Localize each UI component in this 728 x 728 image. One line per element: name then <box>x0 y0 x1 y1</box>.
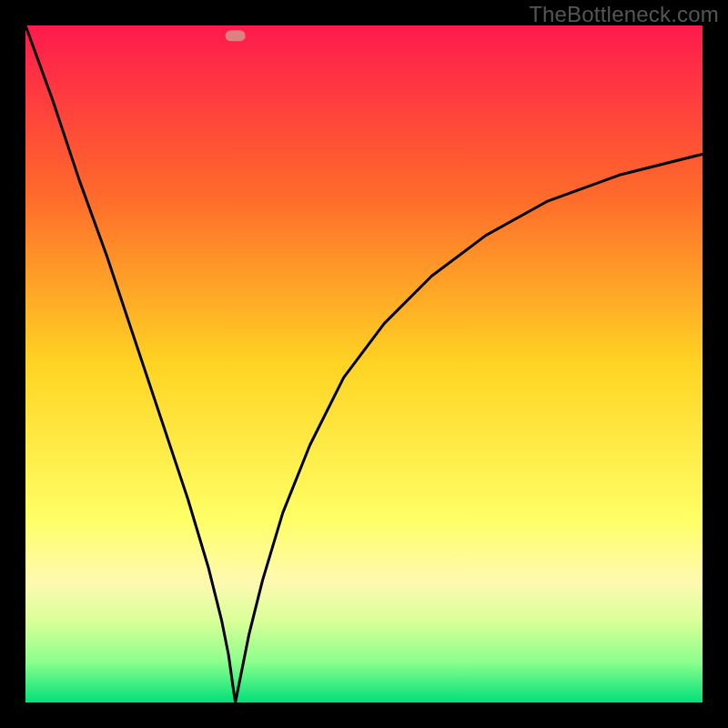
gradient-background <box>25 25 703 703</box>
watermark-text: TheBottleneck.com <box>529 2 719 27</box>
optimum-marker <box>226 30 246 41</box>
chart-svg <box>25 25 703 703</box>
plot-area <box>25 25 703 703</box>
chart-container: TheBottleneck.com <box>0 0 728 728</box>
